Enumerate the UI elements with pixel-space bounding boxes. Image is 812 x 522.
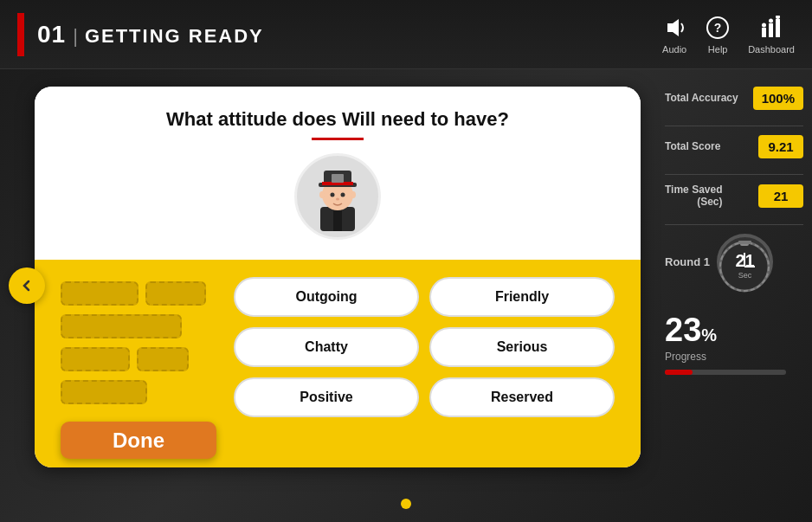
total-accuracy-row: Total Accuracy 100% — [665, 87, 803, 110]
progress-bar-fill — [665, 370, 693, 375]
answers-grid: Outgoing Friendly Chatty Serious Positiv… — [225, 273, 623, 467]
answer-friendly[interactable]: Friendly — [429, 277, 615, 317]
back-button[interactable] — [9, 267, 45, 304]
total-score-value: 9.21 — [758, 135, 803, 158]
placeholder-bar — [61, 347, 130, 371]
svg-text:?: ? — [714, 21, 722, 35]
svg-rect-4 — [769, 23, 773, 37]
dashboard-nav-label: Dashboard — [748, 44, 795, 55]
time-saved-row: Time Saved (Sec) 21 — [665, 184, 803, 209]
total-score-label: Total Score — [665, 140, 720, 152]
svg-rect-5 — [776, 19, 780, 37]
audio-icon — [661, 15, 687, 41]
svg-point-18 — [336, 198, 339, 201]
question-card: What attitude does Will need to have? — [35, 87, 641, 467]
header: 01 | GETTING READY Audio ? Help — [0, 0, 812, 69]
progress-section: 23 % Progress — [665, 312, 803, 375]
right-panel: Total Accuracy 100% Total Score 9.21 Tim… — [665, 78, 803, 502]
header-accent — [17, 13, 24, 56]
svg-point-6 — [762, 23, 766, 27]
audio-nav-label: Audio — [662, 44, 686, 55]
progress-bar-bg — [665, 370, 786, 375]
timer-circle: 21 Sec — [717, 234, 773, 290]
total-score-row: Total Score 9.21 — [665, 135, 803, 158]
done-button[interactable]: Done — [61, 422, 216, 459]
dashboard-icon — [758, 15, 784, 41]
round-timer-section: Round 1 21 Sec — [665, 234, 803, 290]
answer-reserved[interactable]: Reserved — [429, 377, 615, 417]
timer-sec-label: Sec — [738, 271, 752, 280]
divider — [665, 174, 803, 175]
card-bottom: Done Outgoing Friendly Chatty Serious Po… — [35, 260, 641, 467]
main-area: What attitude does Will need to have? — [17, 78, 658, 493]
placeholder-bar — [137, 347, 189, 371]
round-label: Round 1 — [665, 255, 710, 268]
card-top: What attitude does Will need to have? — [35, 87, 641, 260]
answer-outgoing[interactable]: Outgoing — [234, 277, 419, 317]
placeholder-bar — [61, 281, 139, 306]
help-nav-item[interactable]: ? Help — [705, 15, 731, 55]
placeholder-bar — [61, 380, 147, 404]
header-divider: | — [73, 25, 78, 48]
header-title: 01 | GETTING READY — [37, 21, 264, 48]
question-underline — [312, 138, 364, 140]
placeholder-bar — [145, 281, 206, 306]
placeholder-bars: Done — [52, 273, 225, 467]
progress-label: Progress — [665, 351, 803, 363]
progress-percentage: 23 — [665, 312, 701, 349]
dashboard-nav-item[interactable]: Dashboard — [748, 15, 795, 55]
svg-rect-26 — [738, 241, 751, 244]
svg-point-16 — [331, 193, 335, 197]
audio-nav-item[interactable]: Audio — [661, 15, 687, 55]
time-saved-value: 21 — [758, 184, 803, 208]
answer-positive[interactable]: Positive — [234, 377, 419, 417]
stats-container: Total Accuracy 100% Total Score 9.21 Tim… — [665, 78, 803, 375]
question-text: What attitude does Will need to have? — [61, 108, 615, 131]
svg-rect-15 — [332, 174, 344, 183]
svg-rect-10 — [333, 207, 342, 231]
answer-serious[interactable]: Serious — [429, 327, 615, 367]
time-saved-label: Time Saved (Sec) — [665, 184, 722, 209]
svg-point-19 — [319, 191, 325, 198]
help-icon: ? — [705, 15, 731, 41]
step-number: 01 — [37, 21, 66, 48]
timer-number: 21 — [735, 251, 754, 271]
page-indicator — [401, 499, 411, 509]
svg-point-7 — [769, 18, 773, 23]
placeholder-bar — [61, 314, 182, 338]
svg-rect-3 — [762, 28, 766, 37]
svg-marker-0 — [667, 19, 679, 36]
avatar — [294, 153, 381, 240]
svg-point-20 — [351, 191, 356, 198]
svg-point-17 — [341, 193, 345, 197]
progress-symbol: % — [701, 325, 717, 345]
page-title: GETTING READY — [85, 25, 264, 48]
divider — [665, 224, 803, 225]
answer-chatty[interactable]: Chatty — [234, 327, 419, 367]
total-accuracy-label: Total Accuracy — [665, 92, 738, 104]
help-nav-label: Help — [708, 44, 728, 55]
header-nav: Audio ? Help Dash — [661, 15, 795, 55]
total-accuracy-value: 100% — [753, 87, 803, 110]
divider — [665, 126, 803, 126]
svg-point-8 — [776, 16, 780, 19]
